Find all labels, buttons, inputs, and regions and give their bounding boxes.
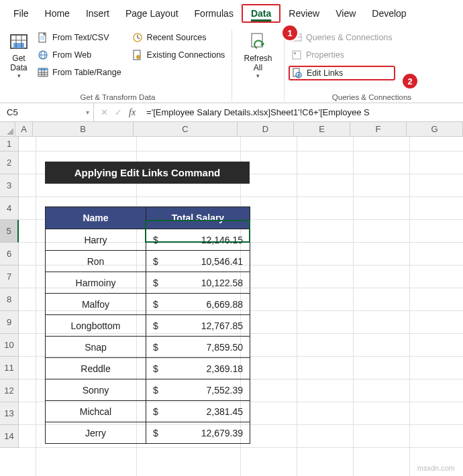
column-headers: ABCDEFG: [15, 122, 463, 137]
row-header-10[interactable]: 10: [0, 334, 19, 357]
grid-body[interactable]: Applying Edit Links Command NameTotal Sa…: [19, 137, 463, 476]
from-table-range-button[interactable]: From Table/Range: [35, 66, 124, 79]
row-header-12[interactable]: 12: [0, 379, 19, 402]
table-row: Harmoiny$10,122.58: [46, 272, 250, 294]
col-header-E[interactable]: E: [294, 122, 350, 137]
name-cell[interactable]: Reddle: [46, 358, 146, 379]
row-header-2[interactable]: 2: [0, 152, 19, 174]
existing-connections-button[interactable]: Existing Connections: [130, 48, 228, 62]
salary-cell[interactable]: $12,679.39: [146, 422, 250, 444]
refresh-all-button[interactable]: Refresh All ▾: [240, 29, 276, 79]
table-header: Name: [46, 207, 146, 229]
name-cell[interactable]: Harry: [46, 229, 146, 251]
menu-view[interactable]: View: [327, 5, 364, 21]
name-box[interactable]: C5 ▾: [0, 103, 94, 121]
name-cell[interactable]: Jerry: [46, 422, 146, 444]
table-row: Harry$12,146.15: [46, 229, 250, 251]
name-cell[interactable]: Harmoiny: [46, 272, 146, 294]
col-header-B[interactable]: B: [33, 122, 134, 137]
salary-cell[interactable]: $12,767.85: [146, 315, 250, 337]
recent-sources-button[interactable]: Recent Sources: [130, 31, 228, 44]
salary-cell[interactable]: $7,859.50: [146, 337, 250, 358]
col-header-D[interactable]: D: [238, 122, 294, 137]
svg-rect-23: [293, 51, 301, 59]
row-header-1[interactable]: 1: [0, 137, 19, 152]
name-cell[interactable]: Michcal: [46, 401, 146, 422]
svg-rect-1: [13, 43, 24, 48]
salary-cell[interactable]: $7,552.39: [146, 379, 250, 401]
menu-formulas[interactable]: Formulas: [187, 5, 242, 21]
menu-bar: FileHomeInsertPage LayoutFormulasDataRev…: [0, 0, 463, 25]
refresh-icon: [248, 31, 269, 52]
refresh-all-label: Refresh All: [244, 54, 272, 72]
menu-home[interactable]: Home: [37, 5, 78, 21]
row-header-11[interactable]: 11: [0, 357, 19, 379]
table-row: Sonny$7,552.39: [46, 379, 250, 401]
table-row: Ron$10,546.41: [46, 251, 250, 272]
table-row: Snap$7,859.50: [46, 337, 250, 358]
watermark: msxdn.com: [417, 464, 455, 472]
row-header-6[interactable]: 6: [0, 243, 19, 265]
queries-connections-button[interactable]: Queries & Connections: [289, 31, 395, 44]
salary-cell[interactable]: $12,146.15: [146, 229, 250, 251]
annotation-2: 2: [403, 74, 417, 88]
formula-bar: C5 ▾ ✕ ✓ fx ='[Employee Salary Details.x…: [0, 103, 463, 122]
row-header-7[interactable]: 7: [0, 265, 19, 288]
table-row: Longbottom$12,767.85: [46, 315, 250, 337]
name-cell[interactable]: Malfoy: [46, 294, 146, 315]
row-header-8[interactable]: 8: [0, 288, 19, 311]
row-headers: 1234567891011121314: [0, 137, 19, 476]
menu-develop[interactable]: Develop: [364, 5, 414, 21]
menu-file[interactable]: File: [5, 5, 37, 21]
select-all-button[interactable]: [0, 122, 15, 137]
menu-page-layout[interactable]: Page Layout: [117, 5, 187, 21]
salary-cell[interactable]: $6,669.88: [146, 294, 250, 315]
annotation-1: 1: [282, 25, 297, 40]
salary-cell[interactable]: $10,122.58: [146, 272, 250, 294]
table-row: Jerry$12,679.39: [46, 422, 250, 444]
formula-input[interactable]: ='[Employee Salary Details.xlsx]Sheet1'!…: [142, 107, 463, 117]
edit-links-button[interactable]: Edit Links: [289, 66, 395, 80]
from-web-button[interactable]: From Web: [35, 48, 124, 62]
salary-cell[interactable]: $10,546.41: [146, 251, 250, 272]
salary-cell[interactable]: $2,381.45: [146, 401, 250, 422]
row-header-3[interactable]: 3: [0, 174, 19, 197]
embedded-table: Applying Edit Links Command NameTotal Sa…: [45, 162, 250, 444]
ribbon: Get Data ▾ From Text/CSV From Web From T…: [0, 25, 463, 103]
table-row: Reddle$2,369.18: [46, 358, 250, 379]
svg-rect-12: [38, 68, 48, 70]
name-cell[interactable]: Ron: [46, 251, 146, 272]
get-data-label: Get Data: [10, 54, 27, 72]
menu-data[interactable]: Data: [242, 4, 280, 23]
enter-formula-icon[interactable]: ✓: [115, 107, 122, 117]
col-header-C[interactable]: C: [134, 122, 238, 137]
file-link-icon: [132, 50, 143, 60]
chevron-down-icon[interactable]: ▾: [86, 109, 89, 116]
row-header-9[interactable]: 9: [0, 311, 19, 334]
globe-icon: [38, 50, 48, 60]
col-header-G[interactable]: G: [407, 122, 463, 137]
row-header-4[interactable]: 4: [0, 197, 19, 220]
group-label-1: Get & Transform Data: [8, 92, 227, 101]
salary-cell[interactable]: $2,369.18: [146, 358, 250, 379]
col-header-F[interactable]: F: [350, 122, 407, 137]
menu-insert[interactable]: Insert: [78, 5, 117, 21]
name-cell[interactable]: Snap: [46, 337, 146, 358]
name-cell[interactable]: Sonny: [46, 379, 146, 401]
row-header-14[interactable]: 14: [0, 425, 19, 448]
get-data-button[interactable]: Get Data ▾: [8, 29, 30, 79]
properties-button[interactable]: Properties: [289, 48, 395, 62]
table-header: Total Salary: [146, 207, 250, 229]
menu-review[interactable]: Review: [280, 5, 327, 21]
file-text-icon: [38, 32, 48, 43]
row-header-5[interactable]: 5: [0, 220, 19, 243]
from-text-csv-button[interactable]: From Text/CSV: [35, 31, 124, 44]
row-header-13[interactable]: 13: [0, 402, 19, 425]
clock-icon: [132, 32, 143, 43]
fx-icon[interactable]: fx: [129, 107, 136, 118]
properties-icon: [291, 50, 302, 60]
col-header-A[interactable]: A: [15, 122, 33, 137]
cancel-formula-icon[interactable]: ✕: [101, 107, 108, 117]
name-cell[interactable]: Longbottom: [46, 315, 146, 337]
svg-point-19: [136, 55, 140, 59]
